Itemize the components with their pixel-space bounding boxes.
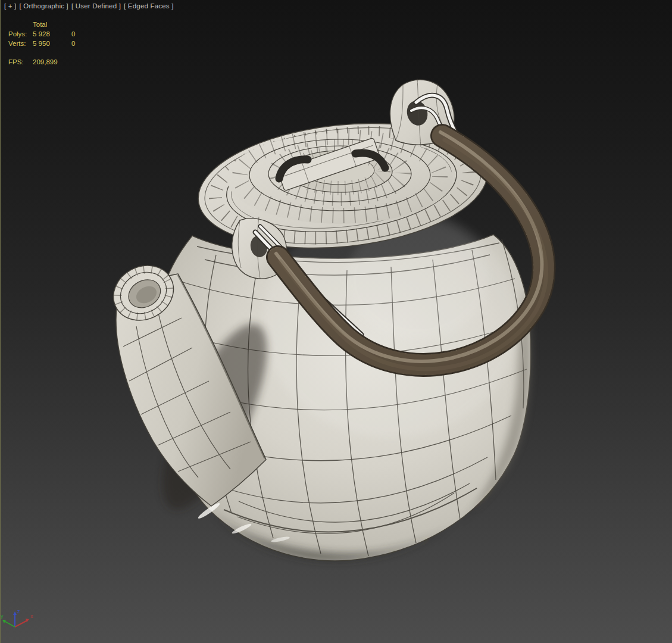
3d-viewport[interactable]: [ + ] [ Orthographic ] [ User Defined ] … — [0, 0, 672, 643]
stats-fps-value: 209,899 — [33, 58, 58, 65]
stats-verts-total: 5 950 — [33, 40, 50, 47]
model-kettle[interactable] — [1, 0, 672, 643]
x-axis-label: x — [30, 613, 33, 619]
viewport-menu-shading[interactable]: [ Edged Faces ] — [124, 2, 174, 10]
stats-verts-selected: 0 — [71, 40, 75, 47]
viewport-menu-general[interactable]: [ + ] — [4, 2, 17, 10]
y-axis-label: y — [1, 613, 4, 619]
stats-fps-label: FPS: — [8, 58, 24, 65]
viewport-label: [ + ] [ Orthographic ] [ User Defined ] … — [4, 2, 174, 10]
z-axis-arrow — [13, 611, 17, 615]
stats-polys-label: Polys: — [8, 30, 27, 38]
stats-total-header: Total — [33, 21, 47, 28]
viewport-menu-view[interactable]: [ User Defined ] — [71, 2, 121, 10]
stats-verts-label: Verts: — [8, 40, 26, 47]
viewport-menu-pov[interactable]: [ Orthographic ] — [20, 2, 68, 10]
kettle-lid[interactable] — [227, 133, 453, 224]
z-axis-label: z — [17, 608, 20, 614]
stats-polys-selected: 0 — [71, 30, 75, 38]
stats-polys-total: 5 928 — [33, 30, 50, 38]
axis-tripod-gizmo: z x y — [1, 600, 48, 642]
